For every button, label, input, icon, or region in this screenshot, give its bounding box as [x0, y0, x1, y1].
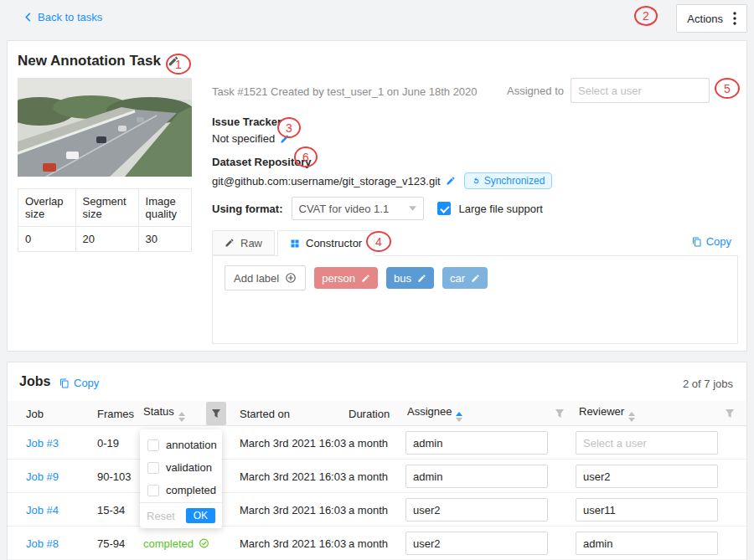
edit-label-icon[interactable]	[361, 274, 370, 283]
status-filter-dropdown: annotation validation completed Reset OK	[140, 429, 222, 528]
job-started: March 3rd 2021 16:03	[240, 503, 346, 516]
callout-2: 2	[634, 6, 658, 26]
task-title-row: New Annotation Task	[18, 53, 179, 69]
job-frames: 0-19	[97, 436, 119, 449]
task-card: New Annotation Task Overlap size	[7, 40, 747, 352]
validation-checkbox[interactable]	[147, 462, 159, 474]
param-value: 0	[18, 227, 76, 252]
large-file-support-label: Large file support	[459, 203, 543, 215]
label-chip-name: bus	[394, 272, 411, 285]
jobs-table-header: Job Frames Status Started on Duration As…	[8, 401, 746, 426]
column-header-reviewer[interactable]: Reviewer	[579, 405, 635, 422]
filter-option-annotation[interactable]: annotation	[140, 434, 222, 456]
job-row: Job #4 15-34 March 3rd 2021 16:03 a mont…	[8, 493, 746, 527]
assignee-input[interactable]	[405, 532, 548, 555]
job-link[interactable]: Job #8	[26, 537, 59, 549]
job-frames: 90-103	[97, 470, 131, 482]
job-duration: a month	[349, 470, 388, 482]
assigned-to-input[interactable]	[571, 78, 710, 103]
column-header-started[interactable]: Started on	[240, 407, 290, 419]
labels-copy-label: Copy	[706, 235, 731, 248]
large-file-support-checkbox[interactable]	[437, 202, 451, 215]
filter-reset-button[interactable]: Reset	[147, 510, 175, 522]
column-header-duration[interactable]: Duration	[349, 407, 390, 419]
sync-badge-label: Synchronized	[484, 175, 545, 187]
task-title: New Annotation Task	[18, 53, 161, 69]
assigned-to-row: Assigned to	[507, 78, 710, 103]
job-link[interactable]: Job #4	[26, 503, 59, 516]
callout-4: 4	[366, 231, 391, 252]
filter-option-label: completed	[166, 484, 216, 496]
more-dots-icon	[733, 12, 736, 25]
assignee-input[interactable]	[405, 431, 548, 455]
job-link[interactable]: Job #3	[26, 436, 59, 449]
column-header-job[interactable]: Job	[26, 407, 44, 419]
job-started: March 3rd 2021 16:03	[240, 537, 346, 549]
dataset-repository-block: Dataset Repository git@github.com:userna…	[212, 156, 552, 189]
assignee-input[interactable]	[405, 498, 548, 521]
filter-ok-button[interactable]: OK	[186, 508, 215, 523]
job-duration: a month	[349, 537, 388, 549]
format-row: Using format: CVAT for video 1.1 Large f…	[212, 197, 543, 220]
back-to-tasks-label: Back to tasks	[38, 11, 102, 23]
edit-repository-icon[interactable]	[446, 176, 456, 186]
job-link[interactable]: Job #9	[26, 470, 59, 482]
dataset-repository-value: git@github.com:username/git_storage_v123…	[212, 175, 441, 188]
back-to-tasks-link[interactable]: Back to tasks	[23, 11, 102, 23]
completed-checkbox[interactable]	[147, 485, 159, 496]
filter-option-validation[interactable]: validation	[140, 456, 222, 479]
column-header-frames[interactable]: Frames	[97, 407, 134, 419]
labels-row: Add label person bus car	[225, 265, 488, 290]
actions-label: Actions	[687, 13, 723, 25]
reviewer-input[interactable]	[576, 465, 718, 488]
assignee-filter-icon[interactable]	[555, 408, 565, 419]
assignee-sorter-icon[interactable]	[456, 412, 462, 422]
filter-footer: Reset OK	[140, 502, 222, 528]
param-header: Image quality	[138, 189, 191, 227]
chevron-down-icon	[409, 206, 416, 211]
actions-button[interactable]: Actions	[676, 4, 747, 33]
tab-raw-label: Raw	[240, 237, 262, 249]
jobs-count: 2 of 7 jobs	[683, 378, 733, 390]
filter-option-completed[interactable]: completed	[140, 479, 222, 501]
job-frames: 75-94	[97, 537, 125, 549]
callout-3: 3	[277, 117, 301, 138]
label-chip-car[interactable]: car	[442, 267, 488, 289]
reviewer-input[interactable]	[576, 431, 718, 455]
labels-copy-button[interactable]: Copy	[692, 235, 731, 248]
copy-icon	[692, 237, 702, 247]
page: Back to tasks Actions New Annotation Tas…	[0, 0, 754, 560]
reviewer-input[interactable]	[576, 498, 718, 521]
column-header-status[interactable]: Status	[143, 405, 185, 422]
reviewer-input[interactable]	[576, 532, 718, 555]
status-sorter-icon[interactable]	[178, 412, 185, 422]
reviewer-filter-icon[interactable]	[725, 408, 735, 419]
annotation-checkbox[interactable]	[147, 439, 159, 451]
assignee-input[interactable]	[405, 465, 548, 488]
reviewer-sorter-icon[interactable]	[628, 412, 635, 422]
filter-funnel-icon	[211, 408, 221, 419]
add-label-button[interactable]: Add label	[225, 265, 306, 290]
status-filter-button[interactable]	[206, 402, 226, 425]
tab-constructor[interactable]: Constructor	[277, 230, 374, 256]
copy-icon	[59, 378, 70, 388]
tab-raw[interactable]: Raw	[212, 230, 275, 255]
edit-label-icon[interactable]	[471, 274, 480, 283]
callout-5: 5	[715, 78, 740, 99]
filter-option-label: annotation	[166, 439, 217, 451]
job-duration: a month	[349, 503, 388, 516]
jobs-copy-button[interactable]: Copy	[59, 377, 99, 389]
column-header-assignee[interactable]: Assignee	[407, 405, 462, 422]
param-header: Segment size	[75, 189, 138, 227]
task-preview-image	[18, 78, 192, 177]
format-select[interactable]: CVAT for video 1.1	[292, 197, 424, 220]
issue-tracker-value: Not specified	[212, 132, 275, 145]
jobs-card: Jobs Copy 2 of 7 jobs Job Frames Status …	[7, 362, 747, 560]
edit-label-icon[interactable]	[417, 274, 426, 283]
label-chip-bus[interactable]: bus	[386, 267, 434, 289]
format-selected-value: CVAT for video 1.1	[299, 203, 390, 215]
pencil-icon	[225, 238, 235, 248]
callout-6: 6	[294, 146, 318, 167]
job-duration: a month	[349, 436, 388, 449]
label-chip-person[interactable]: person	[314, 267, 378, 289]
